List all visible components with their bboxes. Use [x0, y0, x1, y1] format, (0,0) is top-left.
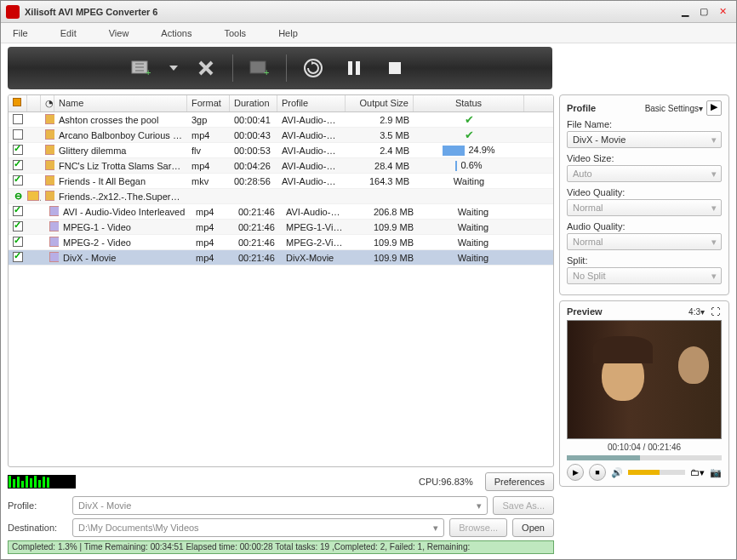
stop-button[interactable] [380, 54, 409, 83]
aspect-ratio-toggle[interactable]: 4:3▾ [688, 307, 705, 317]
cell-duration: 00:28:56 [230, 174, 277, 188]
add-dropdown-icon[interactable] [168, 54, 180, 83]
pause-button[interactable] [340, 54, 368, 83]
cell-duration: 00:00:43 [230, 129, 277, 142]
cell-name: Glittery dilemma [54, 144, 187, 157]
statusline: Completed: 1.3% | Time Remaining: 00:34:… [8, 540, 554, 554]
col-status[interactable]: Status [414, 95, 524, 111]
file-icon [49, 252, 59, 262]
cpu-text: CPU:96.83% [81, 477, 480, 487]
menu-edit[interactable]: Edit [60, 28, 77, 38]
snapshot-icon[interactable]: 📷 [710, 467, 722, 478]
col-name[interactable]: Name [54, 95, 187, 111]
cell-format: flv [187, 144, 230, 157]
filename-label: File Name: [567, 119, 722, 129]
add-file-button[interactable]: + [127, 54, 156, 83]
checkbox[interactable] [13, 145, 23, 155]
cpu-meter [8, 475, 76, 489]
table-row[interactable]: MPEG-2 - Videomp400:21:46MPEG-2-Video109… [9, 235, 553, 250]
table-row[interactable]: MPEG-1 - Videomp400:21:46MPEG-1-Video109… [9, 220, 553, 235]
checkbox[interactable] [13, 160, 23, 170]
checkbox[interactable] [13, 114, 23, 124]
table-row[interactable]: Friends - It All Beganmkv00:28:56AVI-Aud… [9, 174, 553, 189]
filename-field[interactable]: DivX - Movie [567, 131, 722, 148]
fullscreen-icon[interactable]: ⛶ [708, 306, 722, 317]
preview-seekbar[interactable] [567, 455, 722, 460]
split-select[interactable]: No Split [567, 267, 722, 284]
app-window: Xilisoft AVI MPEG Converter 6 ▁ ▢ ✕ File… [0, 0, 737, 560]
open-button[interactable]: Open [512, 518, 554, 537]
cell-status: Waiting [414, 174, 524, 188]
file-table: ◔ Name Format Duration Profile Output Si… [8, 94, 554, 467]
cell-format: mkv [187, 174, 230, 188]
checkbox[interactable] [13, 237, 23, 247]
titlebar: Xilisoft AVI MPEG Converter 6 ▁ ▢ ✕ [1, 1, 736, 23]
checkbox[interactable] [13, 221, 23, 231]
volume-slider[interactable] [628, 470, 685, 475]
table-row[interactable]: ⊖Friends.-.2x12.-.The.Superbo... [9, 189, 553, 204]
convert-button[interactable] [299, 54, 328, 83]
table-row[interactable]: Glittery dilemmaflv00:00:53AVI-Audio-Vi.… [9, 143, 553, 158]
close-button[interactable]: ✕ [714, 5, 731, 19]
menu-file[interactable]: File [13, 28, 28, 38]
minimize-button[interactable]: ▁ [677, 5, 694, 19]
stop-preview-button[interactable]: ■ [589, 464, 606, 481]
cell-format: 3gp [187, 113, 230, 127]
checkbox[interactable] [13, 175, 23, 186]
destination-combo[interactable]: D:\My Documents\My Videos [72, 518, 444, 537]
cell-profile: AVI-Audio-Vi... [277, 129, 346, 142]
volume-icon[interactable]: 🔊 [611, 467, 623, 478]
saveas-button[interactable]: Save As... [493, 496, 554, 515]
cell-duration: 00:21:46 [234, 236, 282, 249]
col-icon1 [27, 95, 41, 111]
cell-name: Ashton crosses the pool [54, 113, 187, 127]
audioquality-select[interactable]: Normal [567, 233, 722, 250]
col-check[interactable] [9, 95, 27, 111]
videoquality-select[interactable]: Normal [567, 199, 722, 216]
table-row[interactable]: Ashton crosses the pool3gp00:00:41AVI-Au… [9, 112, 553, 128]
cell-status: ✔ [414, 127, 524, 143]
videosize-select[interactable]: Auto [567, 165, 722, 182]
checkbox[interactable] [13, 129, 23, 140]
cell-format: mp4 [191, 220, 234, 234]
play-button[interactable]: ▶ [567, 464, 584, 481]
preview-panel: Preview 4:3▾ ⛶ 00:10:04 / 00:21:46 ▶ ■ 🔊 [559, 300, 729, 487]
checkbox[interactable] [13, 206, 23, 216]
cell-duration: 00:21:46 [234, 251, 282, 265]
col-duration[interactable]: Duration [230, 95, 277, 111]
table-row[interactable]: Arcano Balbonboy Curious Dr...mp400:00:4… [9, 128, 553, 143]
col-size[interactable]: Output Size [346, 95, 414, 111]
cell-status: 0.6% [414, 158, 524, 173]
col-format[interactable]: Format [187, 95, 230, 111]
expand-panel-button[interactable]: ▶ [706, 100, 722, 116]
preview-title: Preview [567, 306, 688, 317]
snapshot-folder-icon[interactable]: 🗀▾ [690, 467, 705, 478]
cell-size: 3.5 MB [346, 129, 414, 142]
preview-video[interactable] [567, 320, 722, 439]
remove-button[interactable] [191, 54, 220, 83]
file-icon [49, 206, 59, 216]
preferences-button[interactable]: Preferences [485, 472, 554, 491]
table-row[interactable]: AVI - Audio-Video Interleavedmp400:21:46… [9, 204, 553, 220]
cell-duration: 00:04:26 [230, 159, 277, 173]
menu-actions[interactable]: Actions [161, 28, 191, 38]
add-profile-button[interactable]: + [245, 54, 274, 83]
checkbox[interactable] [13, 252, 23, 262]
col-profile[interactable]: Profile [277, 95, 346, 111]
browse-button[interactable]: Browse... [449, 518, 507, 537]
col-icon2[interactable]: ◔ [41, 95, 54, 111]
cell-name: DivX - Movie [59, 251, 191, 265]
table-header: ◔ Name Format Duration Profile Output Si… [9, 95, 553, 112]
cell-name: Friends.-.2x12.-.The.Superbo... [54, 190, 187, 203]
file-icon [49, 221, 59, 231]
profile-combo[interactable]: DivX - Movie [72, 496, 488, 515]
cell-duration: 00:00:53 [230, 144, 277, 157]
table-row[interactable]: FNC's Liz Trotta Slams Sarah P...mp400:0… [9, 158, 553, 174]
menu-help[interactable]: Help [278, 28, 298, 38]
maximize-button[interactable]: ▢ [695, 5, 712, 19]
table-row[interactable]: DivX - Moviemp400:21:46DivX-Movie109.9 M… [9, 250, 553, 266]
menu-view[interactable]: View [109, 28, 129, 38]
separator [286, 54, 287, 82]
basic-settings-toggle[interactable]: Basic Settings▾ [645, 104, 703, 113]
menu-tools[interactable]: Tools [224, 28, 246, 38]
